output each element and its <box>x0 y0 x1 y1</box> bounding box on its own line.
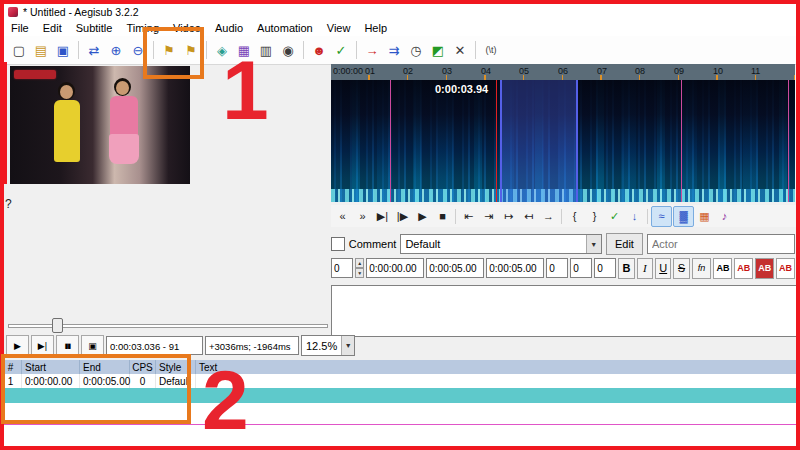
grid-empty-band <box>0 388 800 403</box>
audio-time-ruler[interactable]: 0:00:00 01 02 03 04 05 06 07 08 09 10 11 <box>331 64 795 81</box>
play-first-500-icon[interactable]: ↦ <box>499 207 518 226</box>
menu-help[interactable]: Help <box>357 21 394 35</box>
duration-field[interactable] <box>486 258 544 278</box>
primary-color-button[interactable]: AB <box>713 258 732 279</box>
menu-timing[interactable]: Timing <box>119 21 166 35</box>
start-time-field[interactable] <box>366 258 424 278</box>
audio-spectrogram[interactable]: 0:00:03.94 <box>331 80 795 202</box>
italic-button[interactable]: I <box>637 258 653 279</box>
audio-cursor[interactable] <box>496 80 497 202</box>
play-line-button[interactable]: ▶| <box>31 335 54 356</box>
spin-down-icon[interactable]: ▼ <box>355 268 364 278</box>
play-500-before-icon[interactable]: ⇤ <box>459 207 478 226</box>
menu-video[interactable]: Video <box>166 21 208 35</box>
karaoke-syllables-icon[interactable]: ▦ <box>695 207 714 226</box>
row-end-time: 0:00:05.00 <box>80 374 130 388</box>
video-zoom-dropdown[interactable]: 12.5% ▼ <box>301 335 355 356</box>
actor-field[interactable] <box>647 234 795 254</box>
key-icon-left[interactable]: ⚑ <box>159 40 179 61</box>
spectrum-mode-icon[interactable]: ▓ <box>673 206 694 227</box>
zoom-in-icon[interactable]: ⊕ <box>106 40 126 61</box>
zoom-out-icon[interactable]: ⊖ <box>128 40 148 61</box>
key-icon-right[interactable]: ⚑ <box>181 40 201 61</box>
play-button[interactable]: ▶ <box>6 335 29 356</box>
ruler-label: 03 <box>442 66 452 76</box>
spin-up-icon[interactable]: ▲ <box>355 258 364 268</box>
shadow-color-button[interactable]: AB <box>776 258 795 279</box>
strikethrough-button[interactable]: S <box>673 258 689 279</box>
film-strip-icon[interactable]: ▥ <box>256 40 276 61</box>
menu-file[interactable]: File <box>4 21 36 35</box>
seek-thumb[interactable] <box>52 318 63 333</box>
next-line-icon[interactable]: » <box>353 207 372 226</box>
titlebar: * Untitled - Aegisub 3.2.2 <box>4 4 796 19</box>
ruler-label: 09 <box>674 66 684 76</box>
pause-button[interactable]: ▮▮ <box>56 335 79 356</box>
menu-audio[interactable]: Audio <box>208 21 250 35</box>
save-subtitles-icon[interactable]: ▣ <box>53 40 73 61</box>
play-to-end-icon[interactable]: → <box>539 207 558 226</box>
waveform-mode-icon[interactable]: ≈ <box>651 206 672 227</box>
autoseek-toggle-icon[interactable]: ▣ <box>81 335 104 356</box>
spellcheck-icon[interactable]: ✓ <box>331 40 351 61</box>
comment-checkbox[interactable] <box>331 237 345 251</box>
camera-icon[interactable]: ◉ <box>278 40 298 61</box>
end-time-field[interactable] <box>426 258 484 278</box>
menu-subtitle[interactable]: Subtitle <box>69 21 120 35</box>
ruler-label: 02 <box>403 66 413 76</box>
layer-field[interactable] <box>331 258 353 278</box>
commit-icon[interactable]: ✓ <box>605 207 624 226</box>
jump-to-icon[interactable]: ⇄ <box>84 40 104 61</box>
play-icon[interactable]: ▶ <box>413 207 432 226</box>
menu-automation[interactable]: Automation <box>250 21 320 35</box>
karaoke-mode-icon[interactable]: ♪ <box>715 207 734 226</box>
open-subtitles-icon[interactable]: ▤ <box>31 40 51 61</box>
clock-icon[interactable]: ◷ <box>406 40 426 61</box>
play-500-after-icon[interactable]: ⇥ <box>479 207 498 226</box>
margin-right-field[interactable] <box>570 258 592 278</box>
video-shift-display: +3036ms; -1964ms <box>205 336 299 355</box>
audio-selection[interactable] <box>500 80 578 202</box>
video-seek-slider[interactable] <box>8 318 328 331</box>
menu-edit[interactable]: Edit <box>36 21 69 35</box>
subtitle-text-editor[interactable] <box>331 285 799 337</box>
lead-in-icon[interactable]: { <box>565 207 584 226</box>
grid-pink-line <box>0 424 800 425</box>
table-row[interactable]: 1 0:00:00.00 0:00:05.00 0 Default <box>0 374 800 389</box>
kanji-timer-icon[interactable]: ◩ <box>428 40 448 61</box>
new-subtitles-icon[interactable]: ▢ <box>9 40 29 61</box>
underline-button[interactable]: U <box>655 258 671 279</box>
automation-icon[interactable]: ☻ <box>309 40 329 61</box>
margin-vertical-field[interactable] <box>594 258 616 278</box>
video-details-icon[interactable]: ▦ <box>234 40 254 61</box>
edit-button[interactable]: Edit <box>606 233 643 255</box>
prev-line-icon[interactable]: « <box>333 207 352 226</box>
menu-view[interactable]: View <box>320 21 358 35</box>
grid-header-end: End <box>80 360 130 374</box>
tab-glyph-button[interactable]: (\t) <box>481 40 501 61</box>
row-style: Default <box>156 374 196 388</box>
font-button[interactable]: fn <box>692 258 712 279</box>
video-watermark <box>14 70 56 79</box>
options-icon[interactable]: ✕ <box>450 40 470 61</box>
play-line-icon[interactable]: |▶ <box>393 207 412 226</box>
lead-out-icon[interactable]: } <box>585 207 604 226</box>
shift-times-icon[interactable]: → <box>362 40 382 61</box>
play-selection-icon[interactable]: ▶| <box>373 207 392 226</box>
style-combobox[interactable]: Default ▼ <box>400 234 601 254</box>
window-title: * Untitled - Aegisub 3.2.2 <box>23 6 139 18</box>
chevron-down-icon[interactable]: ▼ <box>341 336 354 355</box>
styles-manager-icon[interactable]: ◈ <box>212 40 232 61</box>
play-last-500-icon[interactable]: ↤ <box>519 207 538 226</box>
secondary-color-button[interactable]: AB <box>734 258 753 279</box>
bold-button[interactable]: B <box>618 258 634 279</box>
layer-spinner[interactable]: ▲ ▼ <box>355 258 364 278</box>
chevron-down-icon[interactable]: ▼ <box>586 235 601 253</box>
ruler-label: 01 <box>365 66 375 76</box>
goto-selection-icon[interactable]: ↓ <box>625 207 644 226</box>
margin-left-field[interactable] <box>546 258 568 278</box>
ruler-label: 0:00:00 <box>333 66 363 76</box>
outline-color-button[interactable]: AB <box>755 258 774 279</box>
stop-icon[interactable]: ■ <box>433 207 452 226</box>
timing-postprocessor-icon[interactable]: ⇉ <box>384 40 404 61</box>
